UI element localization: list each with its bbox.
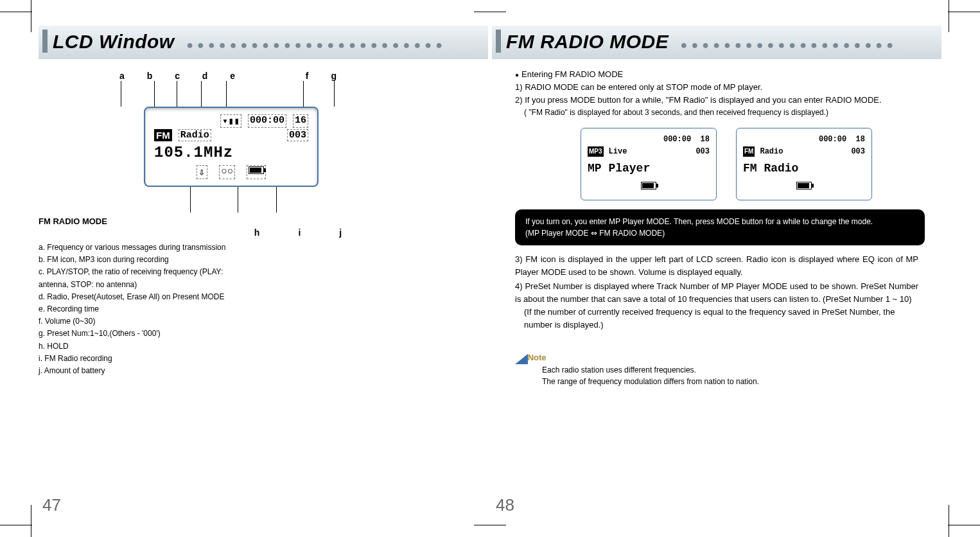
lcd-time: 000:00 xyxy=(248,114,286,128)
mini-lcd-fm: 000:00 18 FMRadio003 FM Radio xyxy=(736,128,872,200)
title-bar: LCD Window ●●●●●●●●●●●●●●●●●●●●●●●● xyxy=(39,26,488,59)
page-number: 48 xyxy=(496,495,514,515)
crop-mark xyxy=(949,505,949,537)
mode-heading: FM RADIO MODE xyxy=(39,216,488,226)
mini-vol: 18 xyxy=(856,135,865,144)
hold-icon: ⇩ xyxy=(197,165,208,179)
crop-mark xyxy=(31,0,31,32)
mini-big: FM Radio xyxy=(743,160,865,178)
mp3-icon: MP3 xyxy=(588,146,604,157)
para-3: 3) FM icon is displayed in the upper lef… xyxy=(515,253,938,279)
legend-c: c. PLAY/STOP, the ratio of receiving fre… xyxy=(39,266,250,290)
lcd-volume: 16 xyxy=(293,114,308,128)
mini-vol: 18 xyxy=(701,135,710,144)
legend-a: a. Frequency or various messages during … xyxy=(39,242,250,254)
crop-mark xyxy=(474,525,506,525)
crop-mark xyxy=(948,12,980,12)
para-2: 2) If you press MODE button for a while,… xyxy=(515,94,938,107)
label-c: c xyxy=(175,71,180,81)
legend-b: b. FM icon, MP3 icon during recording xyxy=(39,254,250,266)
legend-g: g. Preset Num:1~10,(Others - '000') xyxy=(39,328,250,340)
legend-i: i. FM Radio recording xyxy=(39,353,250,365)
title-dots: ●●●●●●●●●●●●●●●●●●●● xyxy=(681,39,897,52)
fm-icon: FM xyxy=(154,129,172,141)
body-text: Entering FM RADIO MODE 1) RADIO MODE can… xyxy=(492,68,941,387)
note-heading: Note xyxy=(528,353,547,362)
tip-line-2: (MP Player MODE ⇔ FM RADIO MODE) xyxy=(525,227,914,239)
title-accent xyxy=(496,30,501,53)
crop-mark xyxy=(31,505,31,537)
page-title: FM RADIO MODE xyxy=(506,31,669,52)
para-4: 4) PreSet Number is displayed where Trac… xyxy=(515,280,938,306)
note-block: Note Each radio station uses different f… xyxy=(515,351,938,387)
mini-mode: Live xyxy=(609,146,627,158)
fm-icon: FM xyxy=(743,146,755,157)
label-d: d xyxy=(202,71,208,81)
title-accent xyxy=(42,30,48,53)
page-number: 47 xyxy=(42,495,61,515)
crop-mark xyxy=(0,12,32,12)
mini-preset: 003 xyxy=(696,146,710,158)
legend-j: j. Amount of battery xyxy=(39,365,250,377)
lcd-preset: 003 xyxy=(287,129,308,141)
note-line-1: Each radio station uses different freque… xyxy=(542,364,938,376)
legend-e: e. Recording time xyxy=(39,303,250,315)
crop-mark xyxy=(948,525,980,525)
label-g: g xyxy=(331,71,337,81)
mini-lcd-mp: 000:00 18 MP3Live003 MP Player xyxy=(581,128,717,200)
legend-list: a. Frequency or various messages during … xyxy=(39,242,250,377)
note-arrow-icon xyxy=(515,354,528,364)
label-j: j xyxy=(339,227,342,238)
label-f: f xyxy=(306,71,309,81)
battery-icon xyxy=(247,165,266,179)
mini-preset: 003 xyxy=(851,146,865,158)
mode-tip-box: If you turn on, you enter MP Player MODE… xyxy=(515,209,925,245)
label-a: a xyxy=(119,71,125,81)
battery-icon xyxy=(588,180,710,195)
crop-mark xyxy=(0,525,32,525)
title-bar: FM RADIO MODE ●●●●●●●●●●●●●●●●●●●● xyxy=(492,26,941,59)
legend-f: f. Volume (0~30) xyxy=(39,315,250,328)
page-left: LCD Window ●●●●●●●●●●●●●●●●●●●●●●●● a b … xyxy=(39,26,488,511)
signal-icon: ▾▮▮ xyxy=(220,114,241,128)
note-line-2: The range of frequency modulation differ… xyxy=(542,376,938,387)
label-b: b xyxy=(147,71,153,81)
lcd-screen: ▾▮▮ 000:00 16 FM Radio 003 105.1MHz ⇩ ○○ xyxy=(144,107,319,187)
lcd-pair: 000:00 18 MP3Live003 MP Player 000:00 18… xyxy=(515,128,938,200)
mini-big: MP Player xyxy=(588,160,710,178)
page-title: LCD Window xyxy=(53,31,175,52)
para-1: 1) RADIO MODE can be entered only at STO… xyxy=(515,81,938,94)
intro-bullet: Entering FM RADIO MODE xyxy=(515,68,938,81)
title-dots: ●●●●●●●●●●●●●●●●●●●●●●●● xyxy=(186,39,446,52)
record-icon: ○○ xyxy=(219,165,235,179)
para-2-sub: ( "FM Radio" is displayed for about 3 se… xyxy=(515,107,938,119)
label-h: h xyxy=(254,227,260,238)
mini-time: 000:00 xyxy=(663,135,691,144)
mini-time: 000:00 xyxy=(819,135,846,144)
label-i: i xyxy=(298,227,301,238)
crop-mark xyxy=(474,12,506,12)
lcd-frequency: 105.1MHz xyxy=(154,144,308,161)
tip-line-1: If you turn on, you enter MP Player MODE… xyxy=(525,216,914,227)
legend-d: d. Radio, Preset(Autoset, Erase All) on … xyxy=(39,291,250,303)
battery-icon xyxy=(743,180,865,195)
para-4-sub: (If the number of currently received fre… xyxy=(515,306,938,331)
lcd-radio: Radio xyxy=(179,129,211,141)
crop-mark xyxy=(949,0,949,32)
lcd-diagram: a b c d e f g ▾▮▮ 000:00 16 xyxy=(116,71,347,213)
label-e: e xyxy=(230,71,235,81)
mini-mode: Radio xyxy=(760,146,783,158)
page-right: FM RADIO MODE ●●●●●●●●●●●●●●●●●●●● Enter… xyxy=(492,26,941,511)
legend-h: h. HOLD xyxy=(39,340,250,353)
